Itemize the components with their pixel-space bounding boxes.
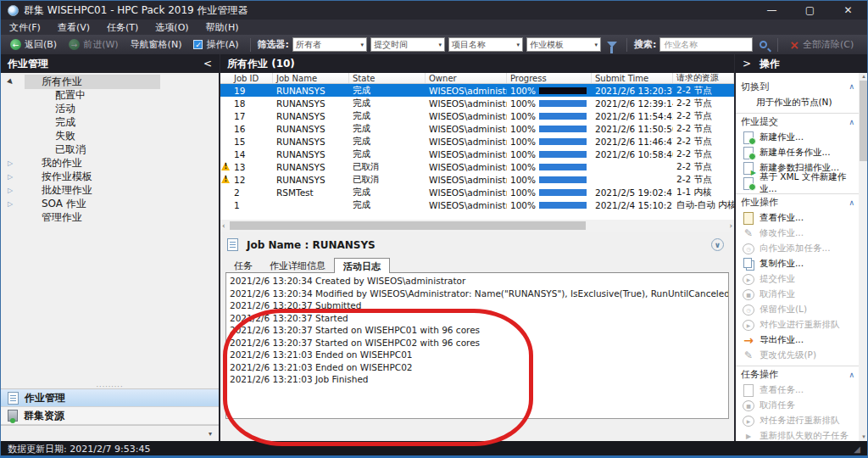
action-label: 复制作业... — [760, 258, 804, 270]
sidebar-item-我的作业[interactable]: ▷我的作业 — [1, 156, 219, 170]
menu-item-查看(V)[interactable]: 查看(V) — [49, 20, 98, 35]
progress-bar — [539, 138, 587, 145]
collapse-pane-icon[interactable]: < — [203, 58, 212, 70]
clear-all-button[interactable]: × 全部清除(C) — [785, 36, 858, 53]
scroll-down-icon[interactable]: ▾ — [862, 433, 865, 440]
chevron-down-icon: ▾ — [516, 42, 520, 48]
sidebar-item-批处理作业[interactable]: ▷批处理作业 — [1, 183, 219, 197]
action-新建单任务作业...[interactable]: 新建单任务作业... — [736, 145, 860, 160]
column-header-Job ID[interactable]: Job ID — [220, 73, 273, 83]
nav-pane-button[interactable]: 导航窗格(N) — [126, 36, 186, 53]
close-button[interactable]: ✕ — [829, 1, 867, 20]
cell-progress: 100% — [507, 198, 592, 211]
column-header-Submit Time[interactable]: Submit Time — [592, 73, 673, 83]
tree-expanded-icon[interactable]: ▼ — [6, 77, 15, 87]
funnel-icon[interactable] — [607, 42, 617, 47]
horizontal-scrollbar[interactable]: ‹ › — [220, 220, 734, 232]
back-button[interactable]: ← 返回(B) — [6, 36, 61, 53]
requeue-icon — [743, 320, 754, 331]
cancel-icon — [743, 400, 754, 411]
sidebar-item-管理作业[interactable]: 管理作业 — [1, 210, 219, 224]
menu-item-帮助(H)[interactable]: 帮助(H) — [198, 20, 248, 35]
action-用于作业的节点(N)[interactable]: 用于作业的节点(N) — [736, 95, 860, 110]
pane-switcher-overflow[interactable]: ▾ — [1, 425, 219, 441]
chevron-up-icon[interactable]: ∧ — [849, 118, 854, 126]
section-header-任务操作[interactable]: 任务操作∧ — [736, 366, 860, 383]
forward-button[interactable]: → 前进(W) — [64, 36, 122, 53]
collapse-detail-icon[interactable]: ∨ — [711, 238, 724, 251]
search-icon[interactable] — [760, 41, 767, 48]
menu-item-任务(T)[interactable]: 任务(T) — [98, 20, 147, 35]
table-row[interactable]: 13RUNANSYS已取消WISEOS\administrat...100%2-… — [220, 160, 734, 173]
sidebar-item-所有作业[interactable]: ▼所有作业 — [1, 75, 219, 88]
resize-grip-icon[interactable]: ◢ — [854, 444, 860, 454]
checkbox-checked-icon[interactable]: ✓ — [193, 40, 203, 49]
nav-button-作业管理[interactable]: 作业管理 — [1, 389, 219, 407]
table-row[interactable]: 17RUNANSYS完成WISEOS\administrat...100%202… — [220, 109, 734, 122]
section-header-作业提交[interactable]: 作业提交∧ — [736, 113, 860, 130]
tab-任务[interactable]: 任务 — [225, 258, 261, 272]
menu-item-文件(F)[interactable]: 文件(F) — [1, 20, 49, 35]
cell-job-name — [273, 198, 349, 211]
sidebar-item-SOA 作业[interactable]: ▷SOA 作业 — [1, 197, 219, 210]
log-line: 2021/2/6 13:21:03 Job Finished — [230, 373, 725, 386]
scroll-up-icon[interactable]: ▴ — [862, 73, 865, 80]
action-复制作业...[interactable]: 复制作业... — [736, 256, 860, 271]
scrollbar-thumb[interactable] — [230, 221, 586, 230]
chevron-up-icon[interactable]: ∧ — [849, 198, 854, 207]
scrollbar-thumb[interactable] — [860, 81, 868, 161]
table-row[interactable]: 16RUNANSYS完成WISEOS\administrat...100%202… — [220, 122, 734, 135]
activity-log[interactable]: 2021/2/6 13:20:34 Created by WISEOS\admi… — [225, 273, 729, 419]
sidebar-item-已取消[interactable]: 已取消 — [1, 142, 219, 156]
cell-state: 完成 — [349, 84, 426, 97]
nav-button-群集资源[interactable]: 群集资源 — [1, 407, 219, 425]
table-row[interactable]: 15RUNANSYS完成WISEOS\administrat...100%202… — [220, 135, 734, 148]
filter-dropdown[interactable]: 所有者▾ — [292, 37, 367, 52]
cell-submit-time: 2021/2/6 10:58:40 — [592, 148, 673, 160]
tree-collapsed-icon[interactable]: ▷ — [8, 200, 13, 208]
action-新建作业...[interactable]: 新建作业... — [736, 130, 860, 145]
column-header-Owner[interactable]: Owner — [426, 73, 507, 83]
scroll-right-icon[interactable]: › — [727, 221, 734, 230]
collapse-actions-icon[interactable]: > — [743, 58, 751, 70]
table-row[interactable]: 14RUNANSYS完成WISEOS\administrat...100%202… — [220, 148, 734, 160]
tree-collapsed-icon[interactable]: ▷ — [8, 187, 13, 194]
filter-dropdown[interactable]: 作业模板▾ — [526, 37, 601, 52]
section-header-作业操作[interactable]: 作业操作∧ — [736, 193, 860, 210]
column-header-Progress[interactable]: Progress — [507, 73, 592, 83]
progress-bar — [539, 113, 587, 120]
sidebar-item-活动[interactable]: 活动 — [1, 102, 219, 115]
filter-dropdown[interactable]: 提交时间▾ — [370, 37, 445, 52]
maximize-button[interactable]: ▢ — [791, 1, 829, 20]
table-row[interactable]: 2RSMTest完成WISEOS\administrat...100%2021/… — [220, 186, 734, 198]
sidebar-item-配置中[interactable]: 配置中 — [1, 88, 219, 102]
minimize-button[interactable]: — — [753, 1, 791, 20]
filter-dropdown[interactable]: 项目名称▾ — [448, 37, 523, 52]
action-基于 XML 文件新建作业...[interactable]: 基于 XML 文件新建作业... — [736, 176, 860, 191]
search-input[interactable]: 作业名称 — [659, 37, 753, 52]
sidebar-item-按作业模板[interactable]: ▷按作业模板 — [1, 170, 219, 183]
table-row[interactable]: 19RUNANSYS完成WISEOS\administrat...100%202… — [220, 84, 734, 97]
column-header-请求的资源[interactable]: 请求的资源 — [673, 73, 734, 83]
tree-collapsed-icon[interactable]: ▷ — [8, 173, 13, 181]
tab-作业详细信息[interactable]: 作业详细信息 — [261, 258, 334, 272]
section-header-切换到[interactable]: 切换到∧ — [736, 78, 860, 95]
table-row[interactable]: 1完成WISEOS\administrat...100%2021/2/4 15:… — [220, 198, 734, 211]
sidebar-item-失败[interactable]: 失败 — [1, 129, 219, 142]
table-row[interactable]: 18RUNANSYS完成WISEOS\administrat...100%202… — [220, 97, 734, 109]
actions-toggle[interactable]: ✓ 操作(A) — [189, 36, 242, 53]
sidebar-item-完成[interactable]: 完成 — [1, 115, 219, 129]
tab-活动日志[interactable]: 活动日志 — [334, 258, 390, 273]
column-header-Job Name[interactable]: Job Name — [273, 73, 349, 83]
scroll-left-icon[interactable]: ‹ — [220, 221, 227, 230]
action-查看作业...[interactable]: 查看作业... — [736, 210, 860, 226]
chevron-up-icon[interactable]: ∧ — [849, 371, 854, 379]
menu-item-选项(O)[interactable]: 选项(O) — [147, 20, 197, 35]
action-导出作业...[interactable]: 导出作业... — [736, 332, 860, 348]
table-row[interactable]: 12RUNANSYS已取消WISEOS\administrat...100%2-… — [220, 173, 734, 186]
tree-collapsed-icon[interactable]: ▷ — [8, 159, 13, 167]
actions-scrollbar[interactable]: ▴ ▾ — [859, 73, 868, 441]
column-header-State[interactable]: State — [349, 73, 426, 83]
chevron-up-icon[interactable]: ∧ — [849, 82, 854, 91]
warning-icon — [221, 162, 230, 170]
